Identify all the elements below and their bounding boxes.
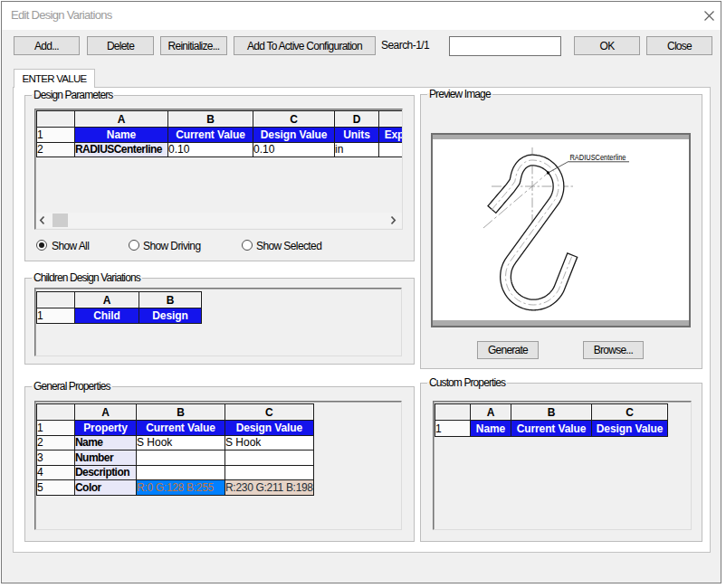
search-input[interactable]	[449, 36, 561, 56]
radio-show-selected-label[interactable]: Show Selected	[256, 241, 321, 251]
grid-cell[interactable]: Current Value	[511, 421, 592, 437]
grid-cell[interactable]	[379, 142, 404, 157]
radio-show-driving-label[interactable]: Show Driving	[143, 241, 201, 251]
row-header[interactable]: 1	[37, 421, 75, 436]
leader-dot	[547, 171, 549, 174]
corner-cell[interactable]	[37, 404, 75, 421]
preview-band-bottom	[433, 320, 689, 326]
col-header[interactable]	[379, 111, 404, 128]
col-header[interactable]: B	[168, 111, 253, 128]
row-header[interactable]: 3	[37, 450, 75, 466]
ok-button[interactable]: OK	[574, 36, 640, 55]
scrollbar-thumb	[53, 213, 68, 227]
close-icon	[699, 5, 721, 27]
custom-properties-grid[interactable]: A B C 1 Name Current Value Design Value	[435, 403, 668, 437]
design-parameters-gridbox: A B C D 1 Name Current Value Design Valu…	[34, 109, 403, 230]
radio-dot	[39, 242, 44, 248]
corner-cell[interactable]	[435, 404, 471, 421]
custom-properties-title: Custom Properties	[427, 376, 507, 389]
col-header[interactable]: A	[75, 292, 139, 308]
grid-cell[interactable]: Current Value	[137, 421, 225, 436]
s-hook-drawing: RADIUSCenterline	[433, 135, 689, 326]
grid-cell[interactable]: 0.10	[168, 142, 253, 157]
grid-cell[interactable]: 0.10	[253, 142, 335, 157]
grid-cell[interactable]	[137, 465, 225, 480]
tab-enter-value[interactable]: ENTER VALUE	[14, 69, 95, 88]
row-header[interactable]: 1	[37, 308, 75, 324]
col-header[interactable]: C	[225, 404, 314, 421]
horizontal-scrollbar[interactable]	[36, 213, 402, 228]
grid-cell[interactable]: Name	[75, 128, 168, 143]
grid-cell[interactable]: Name	[471, 421, 511, 437]
annotation-text: RADIUSCenterline	[570, 152, 626, 162]
grid-cell-color-current[interactable]: R:0 G:128 B:255	[137, 480, 225, 496]
grid-cell[interactable]: Units	[335, 128, 379, 143]
grid-cell[interactable]: Child	[75, 308, 139, 324]
grid-cell[interactable]: Color	[75, 480, 137, 496]
search-count-label: Search-1/1	[381, 36, 429, 55]
grid-cell[interactable]: Current Value	[168, 128, 253, 143]
corner-cell[interactable]	[37, 292, 75, 308]
radio-show-all-label[interactable]: Show All	[52, 241, 89, 251]
row-header[interactable]: 2	[37, 435, 75, 450]
grid-cell[interactable]	[225, 465, 314, 480]
children-design-variations-title: Children Design Variations	[32, 271, 142, 284]
generate-button[interactable]: Generate	[477, 341, 539, 359]
grid-cell[interactable]: Number	[75, 450, 137, 466]
add-button[interactable]: Add...	[14, 36, 80, 55]
row-header[interactable]: 5	[37, 480, 75, 496]
grid-cell[interactable]: Name	[75, 435, 137, 450]
browse-button[interactable]: Browse...	[583, 341, 644, 359]
grid-cell[interactable]: Design Value	[592, 421, 668, 437]
corner-cell[interactable]	[37, 111, 75, 128]
grid-cell[interactable]: Property	[75, 421, 137, 436]
grid-cell[interactable]: Design Value	[225, 421, 314, 436]
radio-show-selected[interactable]	[242, 240, 253, 251]
grid-cell[interactable]: S Hook	[225, 435, 314, 450]
children-grid[interactable]: A B 1 Child Design	[36, 291, 202, 324]
grid-cell[interactable]: Description	[75, 465, 137, 480]
col-header[interactable]: B	[511, 404, 592, 421]
design-parameters-grid[interactable]: A B C D 1 Name Current Value Design Valu…	[36, 110, 403, 157]
dialog-title: Edit Design Variations	[11, 2, 112, 29]
col-header[interactable]: A	[75, 111, 168, 128]
grid-cell[interactable]: S Hook	[137, 435, 225, 450]
grid-cell[interactable]: Exp	[379, 128, 404, 143]
grid-cell[interactable]: Design Value	[253, 128, 335, 143]
grid-cell[interactable]: in	[335, 142, 379, 157]
col-header[interactable]: C	[253, 111, 335, 128]
general-properties-title: General Properties	[32, 380, 112, 393]
grid-cell[interactable]: RADIUSCenterline	[75, 142, 168, 157]
row-header[interactable]: 1	[37, 128, 75, 143]
close-button[interactable]: Close	[646, 36, 712, 55]
radio-show-driving[interactable]	[129, 240, 139, 251]
col-header[interactable]: A	[75, 404, 137, 421]
grid-cell-color-design[interactable]: R:230 G:211 B:198	[225, 480, 314, 496]
general-gridbox: A B C 1 Property Current Value Design Va…	[34, 401, 402, 530]
grid-cell[interactable]	[225, 450, 314, 466]
delete-button[interactable]: Delete	[87, 36, 154, 55]
close-window-button[interactable]	[699, 5, 721, 27]
custom-gridbox: A B C 1 Name Current Value Design Value	[433, 401, 692, 530]
children-gridbox: A B 1 Child Design	[34, 288, 402, 356]
col-header[interactable]: A	[471, 404, 511, 421]
col-header[interactable]: B	[139, 292, 202, 308]
grid-cell[interactable]: Design	[139, 308, 202, 324]
row-header[interactable]: 1	[435, 421, 471, 437]
col-header[interactable]: B	[137, 404, 225, 421]
preview-band-top	[433, 135, 689, 139]
col-header[interactable]: D	[335, 111, 379, 128]
radio-show-all[interactable]	[36, 240, 47, 251]
row-header[interactable]: 2	[37, 142, 75, 157]
design-parameters-title: Design Parameters	[32, 89, 114, 101]
reinitialize-button[interactable]: Reinitialize...	[160, 36, 227, 55]
row-header[interactable]: 4	[37, 465, 75, 480]
add-to-active-configuration-button[interactable]: Add To Active Configuration	[234, 36, 376, 55]
title-bar: Edit Design Variations	[2, 2, 721, 30]
col-header[interactable]: C	[592, 404, 668, 421]
dialog-window: Edit Design Variations Add... Delete Rei…	[1, 1, 721, 583]
preview-image-title: Preview Image	[427, 88, 492, 100]
grid-cell[interactable]	[137, 450, 225, 466]
general-properties-grid[interactable]: A B C 1 Property Current Value Design Va…	[36, 403, 314, 496]
